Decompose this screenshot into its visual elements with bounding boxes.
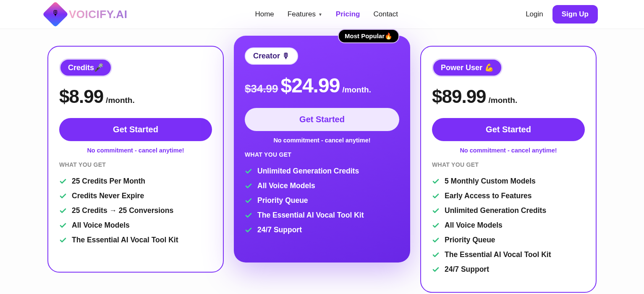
nav-contact[interactable]: Contact — [373, 10, 398, 18]
plan-note-power: No commitment - cancel anytime! — [432, 147, 585, 154]
feature-text: Priority Queue — [257, 196, 308, 205]
plan-price-power: $89.99 /month. — [432, 86, 585, 107]
pricing-cards: Credits🎤 $8.99 /month. Get Started No co… — [0, 29, 644, 294]
wyg-heading-creator: WHAT YOU GET — [245, 151, 399, 158]
feature-item: All Voice Models — [59, 218, 212, 233]
check-icon — [59, 192, 67, 200]
feature-text: The Essential AI Vocal Tool Kit — [257, 211, 364, 220]
check-icon — [59, 178, 67, 185]
nav-home[interactable]: Home — [255, 10, 274, 18]
most-popular-badge: Most Popular🔥 — [338, 29, 399, 43]
feature-text: Early Access to Features — [445, 192, 532, 200]
plan-note-credits: No commitment - cancel anytime! — [59, 147, 212, 154]
cta-power[interactable]: Get Started — [432, 118, 585, 141]
price-period: /month. — [106, 96, 135, 105]
signup-button[interactable]: Sign Up — [552, 5, 598, 24]
feature-text: All Voice Models — [257, 181, 315, 190]
nav-features[interactable]: Features ▼ — [288, 10, 322, 18]
check-icon — [432, 266, 440, 273]
feature-text: 24/7 Support — [257, 226, 302, 234]
feature-text: 5 Monthly Custom Models — [445, 177, 536, 186]
nav-features-label: Features — [288, 10, 316, 18]
feature-text: Credits Never Expire — [72, 192, 144, 200]
feature-text: All Voice Models — [72, 221, 130, 230]
feature-item: Credits Never Expire — [59, 189, 212, 203]
feature-text: Unlimited Generation Credits — [257, 167, 359, 176]
check-icon — [245, 212, 252, 219]
feature-text: All Voice Models — [445, 221, 503, 230]
feature-item: The Essential AI Vocal Tool Kit — [432, 247, 585, 262]
site-header: VOICIFY.AI Home Features ▼ Pricing Conta… — [0, 0, 644, 29]
check-icon — [432, 192, 440, 200]
feature-text: 24/7 Support — [445, 265, 489, 274]
features-credits: 25 Credits Per MonthCredits Never Expire… — [59, 174, 212, 247]
plan-creator: Most Popular🔥 Creator 🎙 $34.99 $24.99 /m… — [234, 36, 410, 262]
check-icon — [59, 207, 67, 215]
brand-name: VOICIFY.AI — [69, 8, 127, 21]
main-nav: Home Features ▼ Pricing Contact — [255, 10, 398, 18]
feature-item: 24/7 Support — [432, 262, 585, 277]
price-value: $8.99 — [59, 86, 103, 107]
plan-tag-creator: Creator 🎙 — [245, 47, 298, 65]
feature-item: 24/7 Support — [245, 223, 399, 237]
feature-item: 5 Monthly Custom Models — [432, 174, 585, 189]
plan-tag-credits: Credits🎤 — [59, 58, 112, 77]
features-power: 5 Monthly Custom ModelsEarly Access to F… — [432, 174, 585, 277]
price-value: $24.99 — [281, 74, 340, 97]
feature-text: The Essential AI Vocal Tool Kit — [72, 236, 178, 244]
feature-item: Unlimited Generation Credits — [245, 164, 399, 178]
feature-item: All Voice Models — [432, 218, 585, 233]
feature-text: 25 Credits Per Month — [72, 177, 145, 186]
feature-text: Priority Queue — [445, 236, 495, 244]
old-price: $34.99 — [245, 82, 278, 95]
plan-price-credits: $8.99 /month. — [59, 86, 212, 107]
price-period: /month. — [342, 85, 371, 94]
wyg-heading-credits: WHAT YOU GET — [59, 161, 212, 168]
features-creator: Unlimited Generation CreditsAll Voice Mo… — [245, 164, 399, 237]
check-icon — [245, 168, 252, 175]
check-icon — [432, 178, 440, 185]
check-icon — [432, 251, 440, 259]
cta-creator[interactable]: Get Started — [245, 108, 399, 131]
logo-icon — [42, 1, 68, 27]
chevron-down-icon: ▼ — [318, 12, 322, 17]
plan-credits: Credits🎤 $8.99 /month. Get Started No co… — [47, 46, 224, 273]
brand-logo[interactable]: VOICIFY.AI — [46, 5, 127, 24]
plan-note-creator: No commitment - cancel anytime! — [245, 137, 399, 144]
price-period: /month. — [489, 96, 518, 105]
plan-price-creator: $34.99 $24.99 /month. — [245, 74, 399, 97]
check-icon — [432, 222, 440, 229]
check-icon — [245, 182, 252, 190]
nav-pricing[interactable]: Pricing — [336, 10, 360, 18]
wyg-heading-power: WHAT YOU GET — [432, 161, 585, 168]
feature-item: 25 Credits → 25 Conversions — [59, 203, 212, 218]
check-icon — [245, 197, 252, 205]
auth-actions: Login Sign Up — [526, 5, 598, 24]
feature-item: Early Access to Features — [432, 189, 585, 203]
feature-item: Priority Queue — [245, 193, 399, 208]
feature-item: Unlimited Generation Credits — [432, 203, 585, 218]
plan-tag-power: Power User 💪 — [432, 58, 503, 77]
price-value: $89.99 — [432, 86, 486, 107]
feature-item: Priority Queue — [432, 233, 585, 247]
check-icon — [245, 226, 252, 234]
check-icon — [432, 236, 440, 244]
plan-power: Power User 💪 $89.99 /month. Get Started … — [420, 46, 597, 293]
login-link[interactable]: Login — [526, 10, 543, 18]
check-icon — [59, 222, 67, 229]
check-icon — [432, 207, 440, 215]
cta-credits[interactable]: Get Started — [59, 118, 212, 141]
check-icon — [59, 236, 67, 244]
feature-item: The Essential AI Vocal Tool Kit — [245, 208, 399, 223]
feature-text: The Essential AI Vocal Tool Kit — [445, 250, 551, 259]
feature-item: 25 Credits Per Month — [59, 174, 212, 189]
feature-item: The Essential AI Vocal Tool Kit — [59, 233, 212, 247]
feature-text: Unlimited Generation Credits — [445, 206, 546, 215]
feature-text: 25 Credits → 25 Conversions — [72, 206, 173, 215]
feature-item: All Voice Models — [245, 178, 399, 193]
